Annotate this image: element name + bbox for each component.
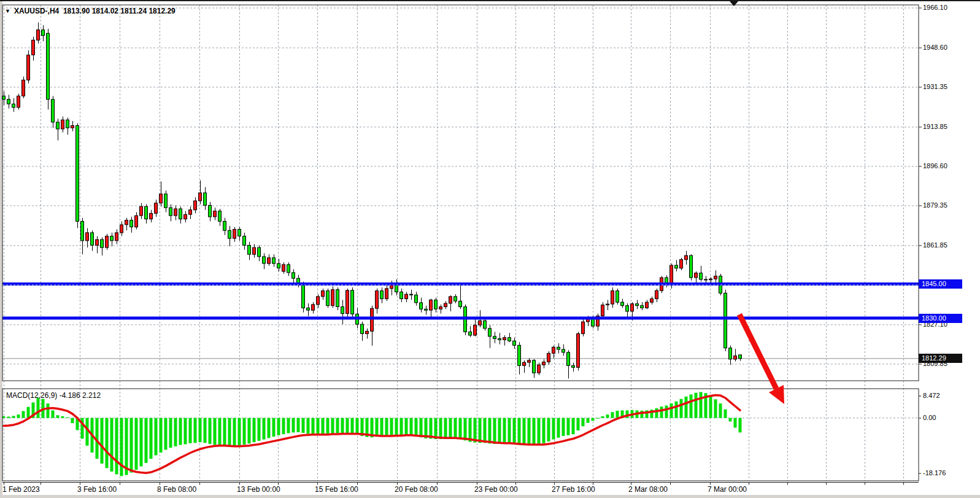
candle-body-bull [194, 201, 197, 210]
macd-histogram-bar [415, 418, 418, 437]
candle-body-bear [248, 245, 251, 254]
chart-title: ▼XAUUSD-,H4 1813.90 1814.02 1811.24 1812… [5, 7, 176, 15]
window-top-edge [0, 0, 980, 1]
candle-body-bear [704, 279, 708, 280]
candle-body-bear [616, 291, 619, 303]
macd-histogram-bar [287, 418, 290, 434]
macd-histogram-bar [700, 392, 703, 418]
window-left-edge [0, 1, 2, 495]
macd-histogram-bar [655, 408, 658, 418]
macd-histogram-bar [739, 418, 742, 433]
macd-histogram-bar [390, 418, 393, 435]
macd-histogram [2, 392, 742, 476]
candle-body-bull [449, 297, 452, 303]
macd-histogram-bar [214, 418, 217, 445]
candle-body-bear [42, 30, 45, 36]
candle-body-bull [474, 325, 477, 335]
macd-axis-label: 8.472 [923, 392, 940, 399]
time-axis-label: 20 Feb 08:00 [395, 485, 438, 494]
macd-histogram-bar [567, 418, 570, 435]
macd-histogram-bar [12, 416, 15, 418]
macd-histogram-bar [523, 418, 526, 445]
chart-shift-triangle-icon[interactable] [730, 1, 738, 6]
candle-body-bear [228, 230, 231, 238]
candle-body-bull [96, 239, 99, 245]
macd-histogram-bar [420, 418, 423, 438]
chart-canvas[interactable] [0, 0, 980, 498]
macd-histogram-bar [449, 418, 452, 438]
macd-histogram-bar [513, 418, 516, 444]
macd-histogram-bar [110, 418, 114, 472]
macd-histogram-bar [405, 418, 408, 435]
candle-body-bull [542, 362, 546, 365]
macd-histogram-bar [562, 418, 565, 436]
candle-body-bear [636, 304, 639, 306]
macd-histogram-bar [503, 418, 506, 444]
macd-histogram-bar [115, 418, 118, 475]
macd-histogram-bar [218, 418, 222, 446]
candle-body-bear [307, 308, 310, 310]
macd-histogram-bar [135, 418, 138, 470]
candle-body-bull [366, 331, 369, 333]
candle-body-bull [155, 203, 158, 214]
trend-arrow-shaft[interactable] [739, 314, 776, 389]
macd-histogram-bar [233, 418, 236, 447]
macd-histogram-bar [199, 418, 202, 442]
macd-histogram-bar [582, 418, 585, 427]
macd-histogram-bar [410, 418, 413, 436]
candle-body-bear [621, 302, 624, 306]
time-axis-label: 15 Feb 16:00 [315, 485, 358, 494]
macd-histogram-bar [346, 418, 349, 434]
candle-body-bear [700, 273, 703, 279]
candle-body-bear [47, 33, 50, 99]
candle-body-bear [488, 329, 492, 337]
macd-histogram-bar [258, 418, 261, 441]
macd-histogram-bar [459, 418, 462, 439]
candle-body-bull [27, 55, 30, 80]
macd-histogram-bar [125, 418, 128, 475]
candle-body-bull [670, 265, 673, 284]
macd-histogram-bar [169, 418, 172, 448]
macd-histogram-bar [282, 418, 285, 434]
candle-body-bull [601, 305, 604, 316]
candle-body-bull [650, 299, 654, 303]
window-bottom-edge [0, 495, 980, 498]
macd-histogram-bar [322, 418, 325, 435]
macd-histogram-bar [547, 418, 550, 442]
chevron-down-icon[interactable]: ▼ [5, 8, 10, 14]
macd-histogram-bar [464, 418, 467, 441]
candle-body-bear [7, 99, 10, 104]
macd-histogram-bar [395, 418, 398, 435]
candle-body-bear [415, 295, 418, 303]
macd-histogram-bar [52, 410, 55, 418]
macd-histogram-bar [17, 414, 20, 418]
macd-histogram-bar [297, 418, 300, 432]
candle-body-bull [268, 258, 271, 263]
macd-histogram-bar [376, 418, 379, 437]
candle-body-bull [611, 291, 614, 305]
macd-histogram-bar [592, 418, 595, 421]
candle-body-bull [174, 209, 177, 216]
macd-histogram-bar [140, 418, 143, 467]
candle-body-bull [552, 347, 555, 353]
macd-histogram-bar [493, 418, 496, 444]
macd-histogram-bar [66, 418, 69, 418]
macd-histogram-bar [106, 418, 109, 469]
candle-body-bear [729, 348, 732, 359]
candle-body-bear [434, 300, 438, 309]
macd-histogram-bar [302, 418, 305, 433]
ohlc-values: 1813.90 1814.02 1811.24 1812.29 [63, 7, 176, 15]
macd-histogram-bar [194, 418, 197, 443]
candle-body-bear [130, 220, 133, 227]
candles [2, 22, 742, 378]
macd-histogram-bar [508, 418, 511, 444]
price-axis-label: 1896.60 [923, 162, 947, 169]
macd-histogram-bar [160, 418, 163, 453]
candle-body-bear [739, 355, 742, 359]
time-axis[interactable]: 1 Feb 20233 Feb 16:008 Feb 08:0013 Feb 0… [2, 483, 919, 495]
price-axis[interactable]: 1966.101948.601931.351913.851896.601879.… [919, 5, 980, 482]
macd-histogram-bar [714, 399, 717, 418]
candle-body-bull [135, 216, 138, 227]
macd-histogram-bar [209, 418, 212, 444]
candle-body-bear [690, 255, 693, 278]
